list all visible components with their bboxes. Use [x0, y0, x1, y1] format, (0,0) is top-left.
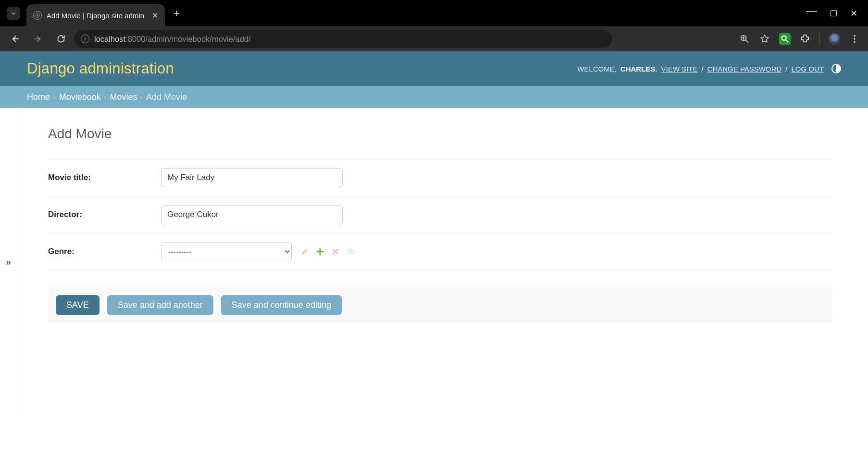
separator [819, 33, 820, 45]
svg-point-6 [350, 251, 352, 253]
breadcrumbs: Home › Moviebook › Movies › Add Movie [0, 86, 868, 108]
svg-point-3 [854, 35, 855, 36]
globe-icon [33, 11, 42, 20]
window-close-icon[interactable]: ✕ [850, 8, 857, 19]
profile-avatar[interactable] [829, 33, 840, 45]
delete-related-icon[interactable] [331, 247, 340, 256]
log-out-link[interactable]: LOG OUT [791, 65, 824, 73]
browser-menu-icon[interactable] [849, 33, 860, 45]
bookmark-star-icon[interactable] [759, 33, 770, 45]
form-row-genre: Genre: --------- [48, 233, 832, 270]
genre-select[interactable]: --------- [161, 242, 292, 261]
window-maximize-icon[interactable] [831, 10, 837, 16]
new-tab-button[interactable]: + [174, 7, 180, 20]
site-info-icon[interactable]: i [81, 35, 89, 43]
svg-point-5 [854, 41, 855, 43]
tab-title: Add Movie | Django site admin [47, 12, 144, 20]
window-minimize-icon[interactable]: — [806, 5, 817, 17]
extension-badge[interactable] [779, 33, 791, 45]
url-text: localhost:8000/admin/moviebook/movie/add… [94, 35, 251, 44]
view-related-icon[interactable] [347, 247, 355, 256]
site-title: Django administration [27, 60, 174, 77]
browser-nav-bar: i localhost:8000/admin/moviebook/movie/a… [0, 26, 868, 51]
window-controls: — ✕ [806, 0, 868, 26]
browser-tab[interactable]: Add Movie | Django site admin ✕ [26, 4, 165, 26]
director-input[interactable] [161, 205, 343, 224]
welcome-text: WELCOME, [577, 65, 617, 73]
label-director: Director: [48, 210, 161, 219]
form-row-movie-title: Movie title: [48, 159, 832, 196]
add-related-icon[interactable] [316, 247, 324, 256]
username: CHARLES. [620, 65, 657, 73]
save-continue-button[interactable]: Save and continue editing [221, 295, 342, 315]
label-movie-title: Movie title: [48, 173, 161, 182]
address-bar[interactable]: i localhost:8000/admin/moviebook/movie/a… [74, 30, 612, 48]
nav-reload-button[interactable] [51, 29, 71, 49]
save-add-another-button[interactable]: Save and add another [107, 295, 213, 315]
breadcrumb-home[interactable]: Home [27, 92, 50, 102]
nav-forward-button[interactable] [28, 29, 48, 49]
tab-close-icon[interactable]: ✕ [152, 11, 158, 20]
breadcrumb-current: Add Movie [146, 92, 187, 102]
nav-back-button[interactable] [5, 29, 25, 49]
change-related-icon[interactable] [300, 247, 309, 256]
theme-toggle-icon[interactable] [831, 64, 841, 73]
tab-search-button[interactable] [0, 0, 26, 26]
zoom-icon[interactable] [739, 33, 750, 45]
browser-tab-strip: Add Movie | Django site admin ✕ + — ✕ [0, 0, 868, 26]
extensions-icon[interactable] [799, 33, 811, 45]
save-button[interactable]: SAVE [56, 295, 99, 315]
view-site-link[interactable]: VIEW SITE [661, 65, 698, 73]
breadcrumb-app[interactable]: Moviebook [59, 92, 101, 102]
breadcrumb-model[interactable]: Movies [110, 92, 137, 102]
change-password-link[interactable]: CHANGE PASSWORD [707, 65, 782, 73]
user-tools: WELCOME, CHARLES. VIEW SITE / CHANGE PAS… [577, 64, 841, 73]
sidebar-toggle[interactable]: » [0, 108, 17, 415]
label-genre: Genre: [48, 247, 161, 256]
django-header: Django administration WELCOME, CHARLES. … [0, 51, 868, 86]
page-title: Add Movie [48, 126, 832, 142]
form-row-director: Director: [48, 196, 832, 233]
svg-point-4 [854, 38, 855, 39]
chevron-right-icon: » [6, 256, 11, 267]
submit-row: SAVE Save and add another Save and conti… [48, 288, 832, 323]
movie-title-input[interactable] [161, 168, 343, 187]
